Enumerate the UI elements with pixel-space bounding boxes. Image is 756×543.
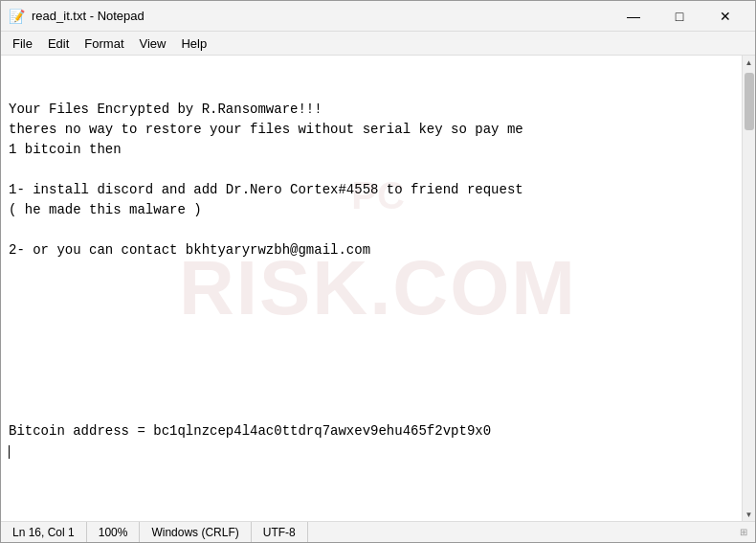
app-icon: 📝 (9, 9, 24, 24)
maximize-button[interactable]: □ (657, 1, 701, 32)
scroll-down-arrow[interactable]: ▼ (743, 508, 756, 521)
minimize-button[interactable]: — (611, 1, 656, 32)
content-area: PC RISK.COM Your Files Encrypted by R.Ra… (1, 56, 755, 521)
notepad-window: 📝 read_it.txt - Notepad — □ ✕ File Edit … (0, 0, 756, 543)
menu-file[interactable]: File (5, 34, 40, 53)
encoding: UTF-8 (252, 522, 308, 542)
status-bar: Ln 16, Col 1 100% Windows (CRLF) UTF-8 ⊞ (1, 521, 755, 542)
menu-help[interactable]: Help (173, 34, 214, 53)
menu-view[interactable]: View (132, 34, 174, 53)
window-title: read_it.txt - Notepad (32, 9, 611, 23)
text-editor[interactable]: Your Files Encrypted by R.Ransomware!!! … (1, 56, 742, 521)
window-controls: — □ ✕ (611, 1, 747, 32)
scroll-thumb[interactable] (745, 73, 754, 130)
text-cursor (9, 445, 10, 459)
scroll-up-arrow[interactable]: ▲ (743, 56, 756, 69)
close-button[interactable]: ✕ (703, 1, 747, 32)
resize-handle[interactable]: ⊞ (740, 527, 747, 537)
zoom-level: 100% (87, 522, 141, 542)
vertical-scrollbar[interactable]: ▲ ▼ (742, 56, 755, 521)
menu-bar: File Edit Format View Help (1, 32, 755, 56)
menu-format[interactable]: Format (77, 34, 131, 53)
cursor-position: Ln 16, Col 1 (9, 522, 87, 542)
title-bar: 📝 read_it.txt - Notepad — □ ✕ (1, 1, 755, 32)
text-layer: Your Files Encrypted by R.Ransomware!!! … (9, 100, 734, 462)
line-ending: Windows (CRLF) (140, 522, 251, 542)
menu-edit[interactable]: Edit (40, 34, 77, 53)
